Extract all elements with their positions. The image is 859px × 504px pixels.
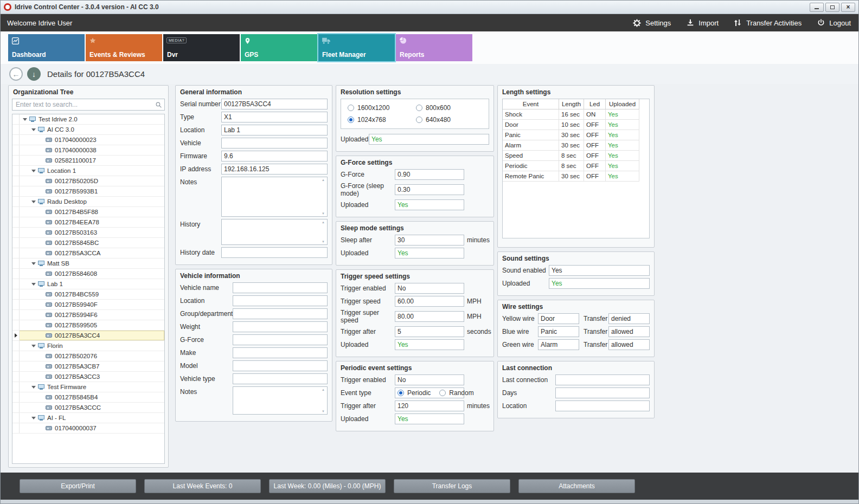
tree-node-00127b5a3cc4[interactable]: 00127B5A3CC4 xyxy=(12,331,164,341)
last-week-0-00-miles-0-00-mph-button[interactable]: Last Week: 0.00 (Miles) - 0.00 (MPH) xyxy=(269,479,386,493)
tree-node-017040000038[interactable]: 017040000038 xyxy=(12,145,164,156)
tree-node-radu-desktop[interactable]: Radu Desktop xyxy=(12,197,164,207)
settings-button[interactable]: Settings xyxy=(632,18,671,28)
import-button[interactable]: Import xyxy=(686,18,719,28)
tree-node-ai-fl[interactable]: AI - FL xyxy=(12,413,164,423)
tree-node-00127b5a3cc3[interactable]: 00127B5A3CC3 xyxy=(12,372,164,382)
sound-enabled-input[interactable] xyxy=(549,265,650,276)
minimize-button[interactable] xyxy=(810,3,824,12)
column-header-uploaded[interactable]: Uploaded xyxy=(606,99,639,109)
location-input[interactable] xyxy=(221,125,328,135)
export-print-button[interactable]: Export/Print xyxy=(20,479,136,493)
resolution-radio-1600x1200[interactable]: 1600x1200 xyxy=(348,104,414,112)
trigger-after-input[interactable] xyxy=(395,326,464,337)
tree-node-00127b5a3cca[interactable]: 00127B5A3CCA xyxy=(12,248,164,259)
group-department-input[interactable] xyxy=(233,308,328,319)
tree-node-matt-sb[interactable]: Matt SB xyxy=(12,259,164,269)
g-force-input[interactable] xyxy=(395,169,464,180)
tab-fleet-manager[interactable]: Fleet Manager xyxy=(318,34,395,61)
transfer-logs-button[interactable]: Transfer Logs xyxy=(394,479,510,493)
tree-node-test-idrive-2-0[interactable]: Test Idrive 2.0 xyxy=(12,114,164,125)
tree-node-00127b5993b1[interactable]: 00127B5993B1 xyxy=(12,186,164,197)
trigger-super-speed-input[interactable] xyxy=(395,311,464,322)
column-general: General information Serial numberTypeLoc… xyxy=(175,85,332,422)
vehicle-type-input[interactable] xyxy=(233,373,328,384)
notes-input[interactable] xyxy=(233,386,328,415)
tree-search-input[interactable] xyxy=(12,99,165,111)
tree-node-00127b502076[interactable]: 00127B502076 xyxy=(12,351,164,361)
tree-node-025821100017[interactable]: 025821100017 xyxy=(12,156,164,166)
make-input[interactable] xyxy=(233,347,328,358)
blue-wire-transfer-input[interactable] xyxy=(608,326,650,337)
resolution-radio-1024x768[interactable]: 1024x768 xyxy=(348,116,414,124)
maximize-button[interactable] xyxy=(825,3,839,12)
column-header-event[interactable]: Event xyxy=(503,99,559,109)
resolution-radio-800x600[interactable]: 800x600 xyxy=(416,104,482,112)
tree-node-00127b584608[interactable]: 00127B584608 xyxy=(12,269,164,279)
tree-node-00127b50205d[interactable]: 00127B50205D xyxy=(12,176,164,186)
close-button[interactable]: × xyxy=(841,3,855,12)
tree-node-00127b59940f[interactable]: 00127B59940F xyxy=(12,300,164,310)
back-arrow-icon[interactable]: ← xyxy=(9,67,23,81)
tree-node-00127b599505[interactable]: 00127B599505 xyxy=(12,320,164,331)
vehicle-name-input[interactable] xyxy=(233,282,328,293)
history-date-input[interactable] xyxy=(221,247,328,258)
last-connection-input[interactable] xyxy=(555,374,650,385)
tree-node-017040000023[interactable]: 017040000023 xyxy=(12,135,164,145)
location-input[interactable] xyxy=(555,400,650,411)
tree-node-00127b503163[interactable]: 00127B503163 xyxy=(12,228,164,238)
tree-node-00127b4b5f88[interactable]: 00127B4B5F88 xyxy=(12,207,164,217)
ip-address-input[interactable] xyxy=(221,164,328,175)
tree-node-00127b4eea78[interactable]: 00127B4EEA78 xyxy=(12,217,164,228)
vehicle-input[interactable] xyxy=(221,138,328,148)
tree-node-00127b5a3cb7[interactable]: 00127B5A3CB7 xyxy=(12,361,164,372)
tree-node-florin[interactable]: Florin xyxy=(12,341,164,351)
yellow-wire-transfer-input[interactable] xyxy=(608,313,650,324)
location-input[interactable] xyxy=(233,295,328,306)
notes-input[interactable] xyxy=(221,177,328,217)
last-week-events-0-button[interactable]: Last Week Events: 0 xyxy=(144,479,261,493)
green-wire-input[interactable] xyxy=(538,339,579,350)
model-input[interactable] xyxy=(233,360,328,371)
resolution-radio-640x480[interactable]: 640x480 xyxy=(416,116,482,124)
tab-reports[interactable]: Reports xyxy=(396,34,472,61)
days-input[interactable] xyxy=(555,387,650,398)
history-input[interactable] xyxy=(221,219,328,245)
column-header-led[interactable]: Led xyxy=(584,99,606,109)
tree-node-00127b5a3ccc[interactable]: 00127B5A3CCC xyxy=(12,403,164,413)
tree-node-ai-cc-3-0[interactable]: AI CC 3.0 xyxy=(12,125,164,135)
tree-node-00127b5994f6[interactable]: 00127B5994F6 xyxy=(12,310,164,320)
transfer-activities-button[interactable]: Transfer Activities xyxy=(734,18,802,28)
yellow-wire-input[interactable] xyxy=(538,313,579,324)
g-force-input[interactable] xyxy=(233,334,328,345)
tab-dvr[interactable]: MEDIA?Dvr xyxy=(163,34,240,61)
attachments-button[interactable]: Attachments xyxy=(518,479,635,493)
tree-node-location-1[interactable]: Location 1 xyxy=(12,166,164,176)
tree-node-00127b5845bc[interactable]: 00127B5845BC xyxy=(12,238,164,248)
column-header-length[interactable]: Length xyxy=(559,99,584,109)
event-type-radio-periodic[interactable]: Periodic xyxy=(398,389,431,397)
trigger-after-input[interactable] xyxy=(395,400,464,411)
serial-number-input[interactable] xyxy=(221,99,328,109)
tree-node-00127b4bc559[interactable]: 00127B4BC559 xyxy=(12,289,164,300)
tree-node-test-firmware[interactable]: Test Firmware xyxy=(12,382,164,392)
firmware-input[interactable] xyxy=(221,151,328,161)
tree-node-lab-1[interactable]: Lab 1 xyxy=(12,279,164,289)
g-force-sleep-mode-input[interactable] xyxy=(395,184,464,195)
type-input[interactable] xyxy=(221,112,328,122)
tree-node-00127b5845b4[interactable]: 00127B5845B4 xyxy=(12,392,164,403)
down-arrow-icon[interactable]: ↓ xyxy=(27,67,41,81)
blue-wire-input[interactable] xyxy=(538,326,579,337)
tree-node-017040000037[interactable]: 017040000037 xyxy=(12,423,164,434)
trigger-speed-input[interactable] xyxy=(395,296,464,307)
trigger-enabled-input[interactable] xyxy=(395,283,464,294)
weight-input[interactable] xyxy=(233,321,328,332)
tab-events-reviews[interactable]: Events & Reviews xyxy=(86,34,162,61)
logout-button[interactable]: Logout xyxy=(817,18,851,28)
tab-gps[interactable]: GPS xyxy=(241,34,317,61)
event-type-radio-random[interactable]: Random xyxy=(439,389,473,397)
trigger-enabled-input[interactable] xyxy=(395,374,464,385)
tab-dashboard[interactable]: Dashboard xyxy=(8,34,85,61)
sleep-after-input[interactable] xyxy=(395,235,464,245)
green-wire-transfer-input[interactable] xyxy=(608,339,650,350)
